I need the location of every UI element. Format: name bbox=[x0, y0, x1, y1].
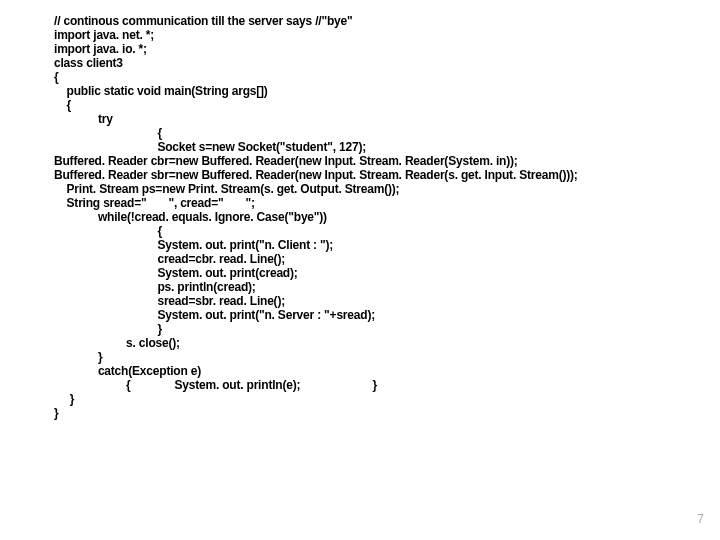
code-block: // continous communication till the serv… bbox=[54, 14, 684, 420]
page-number: 7 bbox=[697, 512, 704, 526]
